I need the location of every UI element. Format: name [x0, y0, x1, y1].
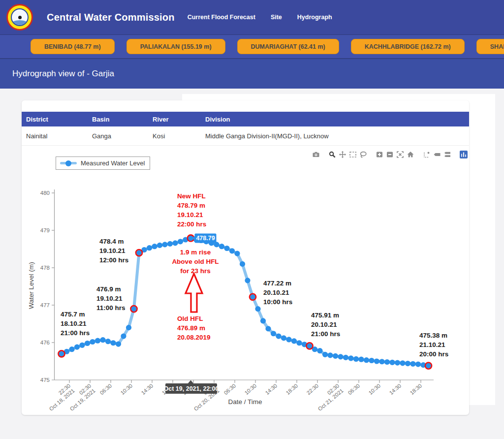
- main-card: District Basin River Division Nainital G…: [22, 100, 469, 415]
- page-title-banner: Hydrograph view of - Garjia: [0, 59, 504, 89]
- axis-hover-tooltip: Oct 19, 2021, 22:00: [164, 380, 219, 394]
- cwc-logo-icon: [6, 4, 33, 31]
- nav-current-flood-forecast[interactable]: Current Flood Forecast: [188, 14, 255, 21]
- svg-text:479: 479: [40, 227, 50, 233]
- peak-hover-label: 478.79: [192, 233, 217, 243]
- nav-site[interactable]: Site: [271, 14, 282, 21]
- app-header: Central Water Commission Current Flood F…: [0, 0, 504, 34]
- annotation-recede-2: 475.91 m20.10.2121:00 hrs: [311, 312, 340, 338]
- y-axis-title: Water Level (m): [28, 262, 35, 309]
- svg-text:Oct 19, 2021, 22:00: Oct 19, 2021, 22:00: [164, 385, 219, 392]
- svg-text:480: 480: [40, 190, 50, 196]
- station-button-benibad[interactable]: BENIBAD (48.77 m): [31, 39, 115, 54]
- y-axis: 475476477478479480Water Level (m): [28, 190, 55, 383]
- arrow-annotation: [186, 274, 202, 312]
- annotation-new-hfl: New HFL478.79 m19.10.2122:00 hrs: [177, 192, 206, 228]
- nav-hydrograph[interactable]: Hydrograph: [297, 14, 332, 21]
- svg-text:477: 477: [40, 302, 50, 308]
- station-button-kachhlabridge[interactable]: KACHHLABRIDGE (162.72 m): [351, 39, 465, 54]
- cwc-emblem-icon: [11, 8, 29, 26]
- svg-text:478: 478: [40, 265, 50, 271]
- annotation-rise-start: 476.9 m19.10.2111:00 hrs: [96, 285, 126, 312]
- main-nav: Current Flood Forecast Site Hydrograph: [188, 14, 332, 21]
- svg-text:475: 475: [40, 377, 50, 383]
- svg-text:06:30: 06:30: [222, 382, 237, 396]
- svg-text:06:30: 06:30: [98, 382, 113, 396]
- station-button-dumariaghat[interactable]: DUMARIAGHAT (62.41 m): [237, 39, 339, 54]
- x-axis: 22:30Oct 18, 202102:30Oct 19, 202106:301…: [44, 380, 423, 412]
- content-area: District Basin River Division Nainital G…: [0, 89, 504, 439]
- station-button-paliakalan[interactable]: PALIAKALAN (155.19 m): [126, 39, 225, 54]
- annotation-rapid-rise: 478.4 m19.10.2112:00 hrs: [99, 238, 128, 264]
- svg-text:14:30: 14:30: [140, 382, 154, 396]
- annotation-end-level: 475.38 m21.10.2120:00 hrs: [419, 332, 448, 358]
- station-button-shardana[interactable]: SHARDANA: [476, 39, 504, 54]
- hydrograph-chart[interactable]: 475476477478479480Water Level (m)22:30Oc…: [22, 100, 469, 415]
- svg-text:476: 476: [40, 340, 50, 345]
- svg-text:14:30: 14:30: [388, 382, 402, 396]
- svg-text:10:30: 10:30: [119, 382, 133, 396]
- svg-text:06:30: 06:30: [346, 382, 361, 396]
- station-tabs-row: BENIBAD (48.77 m) PALIAKALAN (155.19 m) …: [0, 34, 504, 59]
- svg-text:478.79: 478.79: [196, 235, 215, 242]
- svg-text:22:30: 22:30: [305, 382, 319, 396]
- svg-text:18:30: 18:30: [284, 382, 299, 396]
- annotation-start-level: 475.7 m18.10.2121:00 hrs: [61, 311, 90, 337]
- annotation-old-hfl: Old HFL476.89 m20.08.2019: [177, 315, 211, 341]
- svg-text:14:30: 14:30: [264, 382, 278, 396]
- axes: [55, 189, 434, 380]
- x-axis-title: Date / Time: [228, 398, 262, 406]
- svg-text:10:30: 10:30: [367, 382, 381, 396]
- app-title: Central Water Commission: [47, 12, 175, 23]
- svg-text:10:30: 10:30: [243, 382, 257, 396]
- page-title: Hydrograph view of - Garjia: [12, 69, 114, 79]
- svg-text:18:30: 18:30: [409, 382, 423, 396]
- annotation-rise-note: 1.9 m riseAbove old HFLfor 23 hrs: [172, 249, 219, 275]
- annotation-recede-1: 477.22 m20.10.2110:00 hrs: [263, 280, 292, 306]
